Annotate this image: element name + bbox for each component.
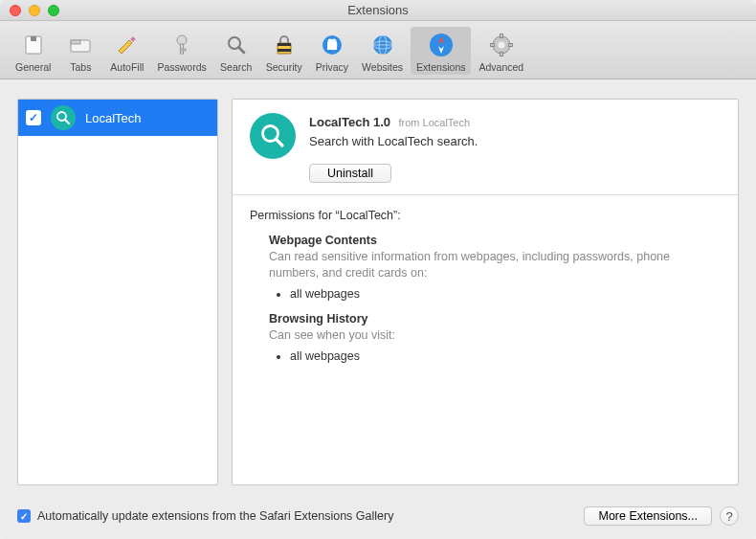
permission-group-desc: Can see when you visit: xyxy=(269,327,721,344)
autofill-icon xyxy=(113,31,142,59)
extension-title: LocalTech 1.0 xyxy=(309,115,390,129)
svg-rect-3 xyxy=(71,40,80,44)
tab-search[interactable]: Search xyxy=(214,27,258,75)
tab-privacy[interactable]: Privacy xyxy=(310,27,354,75)
svg-rect-11 xyxy=(278,43,291,46)
tab-autofill[interactable]: AutoFill xyxy=(104,27,149,75)
svg-rect-12 xyxy=(278,49,291,52)
svg-rect-29 xyxy=(508,44,512,47)
tab-general[interactable]: General xyxy=(10,27,56,75)
extensions-sidebar: ✓ LocalTech xyxy=(17,99,218,485)
permissions-title: Permissions for “LocalTech”: xyxy=(250,209,721,222)
tab-label: Security xyxy=(266,61,302,73)
svg-rect-26 xyxy=(500,34,502,38)
auto-update-label: Automatically update extensions from the… xyxy=(37,509,393,523)
content-area: ✓ LocalTech LocalTech 1.0 from LocalTech… xyxy=(0,79,756,497)
traffic-lights xyxy=(0,5,59,16)
svg-line-31 xyxy=(65,120,69,124)
security-icon xyxy=(270,31,299,59)
titlebar: Extensions xyxy=(0,0,756,21)
tab-extensions[interactable]: Extensions xyxy=(411,27,471,75)
permission-group-browsing-history: Browsing History Can see when you visit:… xyxy=(269,312,721,363)
permission-item: all webpages xyxy=(290,349,721,363)
permission-list: all webpages xyxy=(290,287,721,301)
extension-description: Search with LocalTech search. xyxy=(309,134,721,148)
svg-rect-4 xyxy=(130,36,136,42)
footer: ✓ Automatically update extensions from t… xyxy=(0,497,756,539)
extension-enabled-checkbox[interactable]: ✓ xyxy=(26,110,41,125)
permission-group-desc: Can read sensitive information from webp… xyxy=(269,249,721,281)
general-icon xyxy=(19,31,48,59)
maximize-icon[interactable] xyxy=(48,5,59,16)
uninstall-button[interactable]: Uninstall xyxy=(309,164,391,183)
permission-group-title: Webpage Contents xyxy=(269,234,721,247)
window-title: Extensions xyxy=(0,3,756,17)
tab-label: General xyxy=(15,61,51,73)
svg-line-33 xyxy=(277,140,283,146)
detail-header: LocalTech 1.0 from LocalTech Search with… xyxy=(233,100,738,194)
svg-rect-14 xyxy=(327,42,337,50)
tab-label: Extensions xyxy=(416,61,465,73)
help-button[interactable]: ? xyxy=(720,506,739,526)
sidebar-item-localtech[interactable]: ✓ LocalTech xyxy=(18,100,217,136)
tab-label: Tabs xyxy=(70,61,91,73)
extensions-icon xyxy=(427,31,456,59)
permission-item: all webpages xyxy=(290,287,721,301)
svg-rect-1 xyxy=(31,36,36,41)
detail-info: LocalTech 1.0 from LocalTech Search with… xyxy=(309,113,721,183)
tab-label: Passwords xyxy=(157,61,206,73)
detail-title-line: LocalTech 1.0 from LocalTech xyxy=(309,113,721,130)
svg-rect-28 xyxy=(490,44,494,47)
close-icon[interactable] xyxy=(10,5,21,16)
privacy-icon xyxy=(318,31,346,59)
preferences-toolbar: General Tabs AutoFill Passwords Search xyxy=(0,21,756,79)
svg-rect-27 xyxy=(500,53,502,56)
advanced-icon xyxy=(487,31,516,59)
svg-line-9 xyxy=(238,48,244,54)
svg-rect-7 xyxy=(182,49,186,51)
preferences-window: Extensions General Tabs AutoFill Passwor… xyxy=(0,0,756,539)
permissions-section: Permissions for “LocalTech”: Webpage Con… xyxy=(233,195,738,388)
passwords-icon xyxy=(167,31,196,59)
tab-label: Search xyxy=(220,61,252,73)
tab-label: AutoFill xyxy=(110,61,144,73)
permission-list: all webpages xyxy=(290,349,721,363)
tab-advanced[interactable]: Advanced xyxy=(473,27,529,75)
extension-icon xyxy=(51,105,76,130)
extension-author: from LocalTech xyxy=(398,117,470,128)
extension-detail-icon xyxy=(250,113,296,159)
search-icon xyxy=(222,31,251,59)
tab-passwords[interactable]: Passwords xyxy=(151,27,211,75)
svg-point-16 xyxy=(331,39,336,44)
permission-group-webpage-contents: Webpage Contents Can read sensitive info… xyxy=(269,234,721,301)
svg-point-25 xyxy=(498,42,504,49)
permission-group-title: Browsing History xyxy=(269,312,721,326)
tab-tabs[interactable]: Tabs xyxy=(58,27,102,75)
websites-icon xyxy=(368,31,397,59)
tab-label: Advanced xyxy=(478,61,523,73)
minimize-icon[interactable] xyxy=(29,5,40,16)
tab-label: Websites xyxy=(362,61,403,73)
tab-websites[interactable]: Websites xyxy=(356,27,409,75)
more-extensions-button[interactable]: More Extensions... xyxy=(584,506,712,526)
auto-update-checkbox[interactable]: ✓ xyxy=(17,509,31,523)
auto-update-row[interactable]: ✓ Automatically update extensions from t… xyxy=(17,509,393,523)
extension-name: LocalTech xyxy=(85,111,142,125)
tab-security[interactable]: Security xyxy=(260,27,308,75)
extension-detail-panel: LocalTech 1.0 from LocalTech Search with… xyxy=(232,99,739,485)
tabs-icon xyxy=(66,31,95,59)
tab-label: Privacy xyxy=(316,61,348,73)
